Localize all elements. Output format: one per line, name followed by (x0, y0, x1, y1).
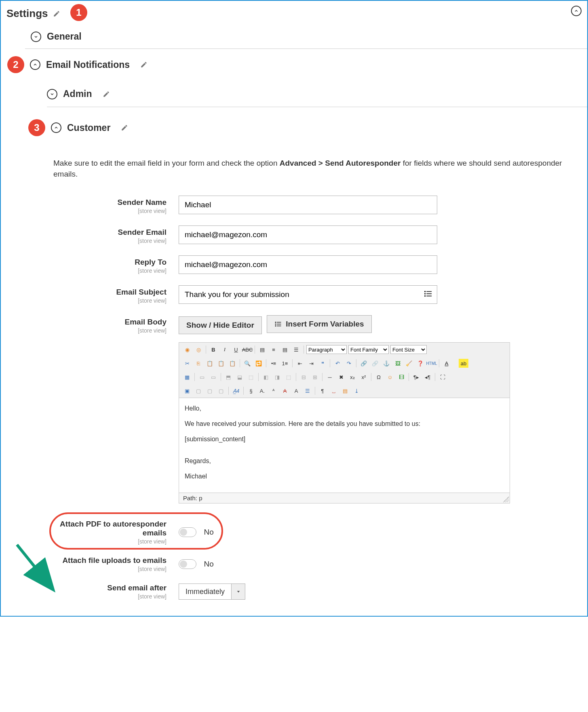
text-color-icon[interactable]: A (442, 359, 451, 368)
show-chars-icon[interactable]: ¶ (318, 386, 327, 395)
col-before-icon[interactable]: ◧ (261, 373, 271, 381)
font-size-select[interactable]: Font Size (390, 345, 427, 354)
subsection-customer[interactable]: 3 Customer (47, 107, 587, 143)
abbr-icon[interactable]: A. (257, 386, 267, 395)
field-attach-pdf: Attach PDF to autoresponder emails [stor… (53, 520, 575, 545)
layer-forward-icon[interactable]: ▢ (194, 386, 203, 395)
find-icon[interactable]: 🔍 (242, 359, 252, 368)
edit-email-notifications-icon[interactable] (140, 61, 148, 68)
col-after-icon[interactable]: ◨ (272, 373, 282, 381)
superscript-icon[interactable]: x² (359, 373, 369, 381)
ltr-icon[interactable]: ¶▸ (411, 373, 421, 381)
layer-icon[interactable]: ▣ (182, 386, 192, 395)
sender-email-input[interactable] (179, 225, 437, 244)
link-icon[interactable]: 🔗 (359, 359, 369, 368)
paste-text-icon[interactable]: 📋 (216, 359, 226, 368)
font-family-select[interactable]: Font Family (348, 345, 389, 354)
attr-icon[interactable]: ☰ (303, 386, 312, 395)
bg-color-icon[interactable]: ab (459, 359, 468, 368)
italic-icon[interactable]: I (220, 345, 230, 354)
collapse-panel-icon[interactable] (571, 6, 582, 16)
edit-settings-icon[interactable] (53, 10, 60, 17)
number-list-icon[interactable]: 1≡ (280, 359, 290, 368)
edit-admin-icon[interactable] (103, 91, 110, 98)
layer-back-icon[interactable]: ▢ (205, 386, 215, 395)
redo-icon[interactable]: ↷ (344, 359, 354, 368)
bold-icon[interactable]: B (209, 345, 218, 354)
style-icon[interactable]: A̲4 (231, 386, 241, 395)
media-icon[interactable]: 🧹 (404, 359, 414, 368)
html-icon[interactable]: HTML (427, 359, 436, 368)
sender-name-input[interactable] (179, 196, 437, 214)
del-icon[interactable]: A (280, 386, 290, 395)
align-right-icon[interactable]: ▤ (280, 345, 290, 354)
chevron-down-icon[interactable] (31, 32, 41, 42)
film-icon[interactable]: 🎞 (396, 373, 406, 381)
template-icon[interactable]: ▤ (340, 386, 350, 395)
remove-format-icon[interactable]: ✖ (336, 373, 346, 381)
reply-to-input[interactable] (179, 255, 437, 274)
special-char-icon[interactable]: Ω (374, 373, 384, 381)
nbsp-icon[interactable]: ⎵ (329, 386, 339, 395)
outdent-icon[interactable]: ⇤ (295, 359, 305, 368)
paste-icon[interactable]: 📋 (205, 359, 215, 368)
subscript-icon[interactable]: x₂ (348, 373, 357, 381)
insert-form-variables-button[interactable]: Insert Form Variables (267, 315, 371, 333)
replace-icon[interactable]: 🔁 (254, 359, 263, 368)
edit-customer-icon[interactable] (121, 124, 128, 131)
chevron-down-icon[interactable] (231, 584, 245, 599)
section-email-notifications[interactable]: 2 Email Notifications (25, 49, 587, 80)
help-icon[interactable]: ❓ (415, 359, 425, 368)
cite-icon[interactable]: § (246, 386, 256, 395)
strikethrough-icon[interactable]: ABC (242, 345, 252, 354)
copy-icon[interactable]: ⎘ (194, 359, 203, 368)
delete-row-icon[interactable]: ⬚ (246, 373, 256, 381)
delete-col-icon[interactable]: ⬚ (284, 373, 293, 381)
anchor-icon[interactable]: ⚓ (381, 359, 391, 368)
ins-icon[interactable]: A (291, 386, 301, 395)
align-justify-icon[interactable]: ☰ (291, 345, 301, 354)
split-icon[interactable]: ⊟ (299, 373, 308, 381)
align-center-icon[interactable]: ≡ (269, 345, 278, 354)
chevron-up-icon[interactable] (51, 122, 61, 133)
image-icon[interactable]: 🖼 (393, 359, 403, 368)
emoticon-icon[interactable]: ☺ (385, 373, 395, 381)
row-after-icon[interactable]: ⬓ (235, 373, 244, 381)
paragraph-select[interactable]: Paragraph (306, 345, 347, 354)
acronym-icon[interactable]: ᴬ (269, 386, 278, 395)
resize-grip-icon[interactable] (503, 497, 509, 502)
target-icon[interactable]: ◎ (194, 345, 203, 354)
layer-abs-icon[interactable]: ▢ (216, 386, 226, 395)
insert-variable-icon[interactable] (424, 289, 432, 300)
cell-props-icon[interactable]: ▭ (209, 373, 218, 381)
table-icon[interactable]: ▦ (182, 373, 192, 381)
chevron-up-icon[interactable] (30, 59, 40, 70)
fullscreen-icon[interactable]: ⛶ (438, 373, 447, 381)
merge-icon[interactable]: ⊞ (310, 373, 320, 381)
undo-icon[interactable]: ↶ (333, 359, 342, 368)
attach-pdf-toggle[interactable] (179, 527, 196, 537)
section-general[interactable]: General (25, 24, 587, 49)
field-send-after: Send email after [store view] Immediatel… (53, 584, 575, 600)
hr-icon[interactable]: ─ (325, 373, 335, 381)
bullet-list-icon[interactable]: •≡ (269, 359, 278, 368)
show-hide-editor-button[interactable]: Show / Hide Editor (179, 316, 262, 334)
email-subject-input[interactable] (179, 285, 437, 304)
subsection-admin[interactable]: Admin (47, 80, 587, 107)
chevron-down-icon[interactable] (47, 89, 57, 99)
pagebreak-icon[interactable]: ⤓ (352, 386, 361, 395)
blockquote-icon[interactable]: ❝ (318, 359, 327, 368)
rss-icon[interactable]: ◉ (182, 345, 192, 354)
send-after-select[interactable]: Immediately (179, 584, 245, 600)
row-props-icon[interactable]: ▭ (197, 373, 207, 381)
paste-word-icon[interactable]: 📋 (228, 359, 237, 368)
indent-icon[interactable]: ⇥ (306, 359, 316, 368)
row-before-icon[interactable]: ⬒ (223, 373, 233, 381)
unlink-icon[interactable]: 🔗 (370, 359, 380, 368)
editor-content[interactable]: Hello, We have received your submission.… (179, 398, 510, 493)
attach-files-toggle[interactable] (179, 559, 196, 569)
align-left-icon[interactable]: ▤ (257, 345, 267, 354)
underline-icon[interactable]: U (231, 345, 241, 354)
cut-icon[interactable]: ✂ (182, 359, 192, 368)
rtl-icon[interactable]: ◂¶ (423, 373, 432, 381)
